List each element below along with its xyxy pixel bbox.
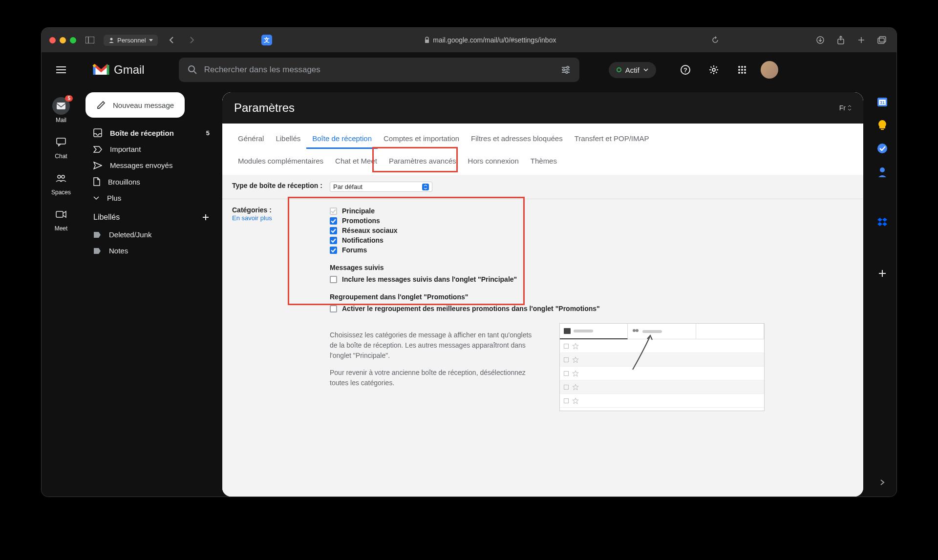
- rail-spaces[interactable]: Spaces: [46, 169, 76, 196]
- category-row-principale: Principale: [330, 206, 765, 216]
- checkbox-starred-include[interactable]: [330, 276, 337, 283]
- maximize-window-button[interactable]: [70, 37, 76, 43]
- extension-icon[interactable]: 文: [261, 35, 272, 45]
- close-window-button[interactable]: [49, 37, 56, 43]
- gmail-body: 5 Mail Chat Spaces Meet: [42, 87, 896, 497]
- tab-general[interactable]: Général: [232, 129, 270, 149]
- inbox-type-select[interactable]: Par défaut: [330, 182, 432, 192]
- tab-chat-meet[interactable]: Chat et Meet: [329, 152, 383, 170]
- status-dot-icon: [617, 67, 621, 72]
- rail-meet[interactable]: Meet: [46, 206, 76, 232]
- tab-inbox[interactable]: Boîte de réception: [306, 129, 378, 149]
- svg-rect-28: [57, 103, 65, 109]
- category-row-forums: Forums: [330, 245, 765, 255]
- tab-forwarding[interactable]: Transfert et POP/IMAP: [569, 129, 655, 149]
- svg-point-15: [566, 71, 568, 73]
- category-row-updates: Notifications: [330, 235, 765, 245]
- search-icon: [188, 65, 197, 75]
- share-icon[interactable]: [834, 33, 848, 47]
- inbox-preview: [559, 323, 765, 411]
- collapse-panel-button[interactable]: [877, 477, 888, 488]
- search-bar[interactable]: [179, 58, 579, 82]
- reload-button[interactable]: [708, 33, 722, 47]
- tab-labels[interactable]: Libellés: [270, 129, 306, 149]
- svg-text:?: ?: [683, 66, 687, 74]
- svg-point-30: [58, 175, 61, 178]
- search-options-icon[interactable]: [561, 65, 571, 75]
- tasks-addon[interactable]: [877, 143, 888, 154]
- get-addons-button[interactable]: [877, 268, 888, 279]
- draft-icon: [93, 177, 100, 186]
- important-icon: [93, 146, 102, 153]
- sidebar-item-label: Brouillons: [108, 178, 140, 186]
- tabs-overview-icon[interactable]: [875, 33, 889, 47]
- search-input[interactable]: [204, 65, 554, 75]
- categories-label: Catégories :: [232, 206, 330, 214]
- labels-list: Deleted/Junk Notes: [81, 227, 217, 259]
- calendar-addon[interactable]: 31: [877, 96, 888, 107]
- mail-badge: 5: [65, 95, 73, 102]
- sidebar-item-drafts[interactable]: Brouillons: [81, 173, 217, 190]
- settings-panel: Paramètres Fr Général Libellés Boîte de …: [222, 92, 863, 497]
- status-button[interactable]: Actif: [609, 62, 656, 78]
- svg-point-31: [62, 175, 64, 178]
- checkbox-forums[interactable]: [330, 247, 337, 254]
- learn-more-link[interactable]: En savoir plus: [232, 214, 272, 222]
- dropbox-addon[interactable]: [877, 217, 888, 228]
- checkbox-social[interactable]: [330, 227, 337, 234]
- sidebar-item-important[interactable]: Important: [81, 141, 217, 157]
- label-deleted-junk[interactable]: Deleted/Junk: [81, 227, 217, 243]
- downloads-icon[interactable]: [813, 33, 827, 47]
- rail-chat[interactable]: Chat: [46, 133, 76, 160]
- browser-profile-button[interactable]: Personnel: [104, 35, 158, 46]
- sidebar-item-sent[interactable]: Messages envoyés: [81, 157, 217, 173]
- support-button[interactable]: ?: [676, 60, 695, 80]
- status-label: Actif: [625, 66, 640, 74]
- svg-rect-6: [878, 38, 884, 43]
- label-notes[interactable]: Notes: [81, 243, 217, 259]
- preview-tab-primary: [560, 324, 628, 339]
- mail-icon: [56, 102, 66, 110]
- address-bar[interactable]: mail.google.com/mail/u/0/#settings/inbox: [363, 36, 617, 44]
- forward-button[interactable]: [185, 33, 199, 47]
- tab-filters[interactable]: Filtres et adresses bloquées: [465, 129, 569, 149]
- tab-addons[interactable]: Modules complémentaires: [232, 152, 329, 170]
- svg-text:31: 31: [880, 100, 885, 105]
- labels-header: Libellés: [93, 213, 120, 222]
- starred-option-row: Inclure les messages suivis dans l'ongle…: [330, 274, 765, 284]
- account-avatar[interactable]: [761, 61, 778, 79]
- tab-advanced[interactable]: Paramètres avancés: [383, 152, 462, 170]
- sidebar-item-inbox[interactable]: Boîte de réception 5: [81, 124, 217, 141]
- rail-label: Chat: [55, 153, 67, 160]
- sidebar-item-label: Plus: [107, 194, 121, 202]
- sidebar-toggle-icon[interactable]: [83, 33, 97, 47]
- apps-button[interactable]: [732, 60, 752, 80]
- checkbox-updates[interactable]: [330, 237, 337, 244]
- main-menu-button[interactable]: [49, 58, 73, 82]
- gmail-logo[interactable]: Gmail: [92, 63, 145, 77]
- settings-button[interactable]: [704, 60, 724, 80]
- back-button[interactable]: [165, 33, 178, 47]
- labels-section: Libellés: [81, 206, 217, 227]
- label-text: Notes: [109, 247, 128, 255]
- sidebar-item-more[interactable]: Plus: [81, 190, 217, 206]
- checkbox-promotions[interactable]: [330, 217, 337, 225]
- language-selector[interactable]: Fr: [839, 104, 852, 112]
- tab-accounts[interactable]: Comptes et importation: [378, 129, 465, 149]
- minimize-window-button[interactable]: [60, 37, 66, 43]
- add-label-button[interactable]: [202, 213, 210, 221]
- compose-button[interactable]: Nouveau message: [85, 92, 185, 118]
- category-label: Notifications: [342, 236, 384, 244]
- checkbox-bundling[interactable]: [330, 305, 337, 312]
- category-label: Principale: [342, 207, 375, 215]
- new-tab-icon[interactable]: [854, 33, 868, 47]
- svg-rect-29: [57, 138, 65, 144]
- tab-themes[interactable]: Thèmes: [525, 152, 563, 170]
- spaces-icon: [56, 174, 66, 182]
- setting-inbox-type: Type de boîte de réception : Par défaut: [222, 175, 863, 199]
- contacts-addon[interactable]: [877, 166, 888, 177]
- tab-offline[interactable]: Hors connexion: [462, 152, 525, 170]
- keep-addon[interactable]: [877, 120, 888, 130]
- rail-mail[interactable]: 5 Mail: [46, 97, 76, 124]
- svg-point-26: [741, 72, 743, 74]
